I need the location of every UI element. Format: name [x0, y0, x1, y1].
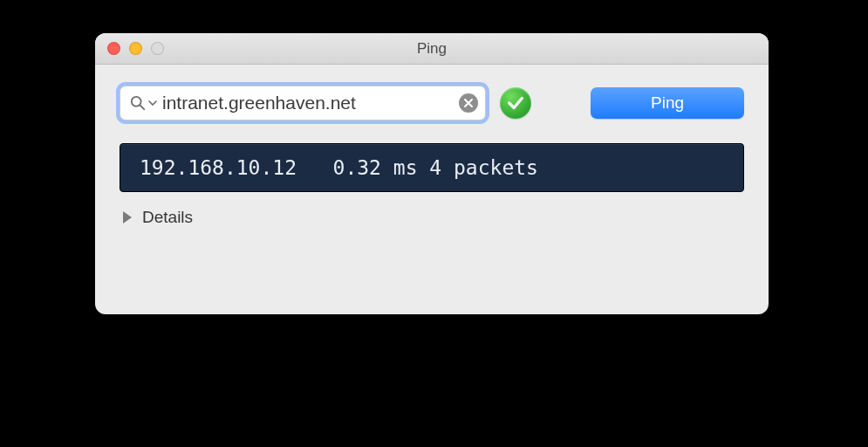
result-panel: 192.168.10.12 0.32 ms 4 packets — [120, 143, 744, 192]
traffic-lights — [107, 42, 164, 55]
ping-button[interactable]: Ping — [591, 87, 744, 119]
zoom-button[interactable] — [151, 42, 164, 55]
host-search-field[interactable] — [120, 86, 486, 120]
titlebar: Ping — [95, 33, 769, 65]
chevron-down-icon[interactable] — [148, 95, 157, 111]
window-title: Ping — [95, 40, 769, 58]
result-text: 192.168.10.12 0.32 ms 4 packets — [140, 156, 538, 179]
ping-window: Ping Ping 192.168.1 — [95, 33, 769, 314]
minimize-button[interactable] — [129, 42, 142, 55]
close-button[interactable] — [107, 42, 120, 55]
window-body: Ping 192.168.10.12 0.32 ms 4 packets Det… — [95, 65, 769, 244]
search-icon — [129, 94, 147, 112]
host-input[interactable] — [159, 93, 459, 113]
details-disclosure[interactable]: Details — [120, 208, 193, 227]
svg-point-0 — [132, 97, 141, 107]
svg-line-1 — [140, 106, 145, 110]
clear-icon[interactable] — [459, 93, 478, 113]
status-success-icon — [500, 87, 531, 119]
input-row: Ping — [120, 86, 744, 120]
details-label: Details — [142, 208, 193, 227]
disclosure-triangle-icon — [123, 211, 132, 224]
